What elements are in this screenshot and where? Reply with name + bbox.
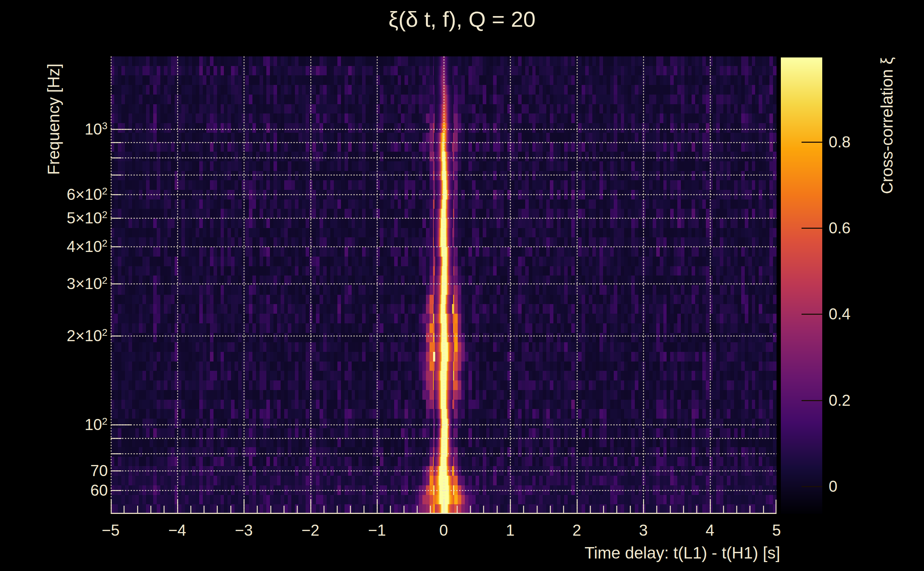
x-axis-label: Time delay: t(L1) - t(H1) [s] (584, 543, 780, 562)
figure: ξ(δ t, f), Q = 20 Frequency [Hz] 1036×10… (0, 0, 924, 571)
x-tick-label: −3 (235, 520, 253, 540)
colorbar-tick-label: 0.6 (829, 218, 850, 238)
y-tick-label: 102 (4, 415, 108, 435)
x-tick-label: −1 (368, 520, 386, 540)
x-tick-label: 1 (506, 520, 515, 540)
x-tick-label: 4 (706, 520, 714, 540)
x-tick-label: 5 (772, 520, 781, 540)
heatmap-canvas (111, 56, 777, 514)
colorbar-tick-label: 0.4 (829, 304, 850, 324)
x-tick-label: −2 (301, 520, 319, 540)
colorbar-label: Cross-correlation ξ (877, 57, 896, 194)
y-tick-label: 4×102 (4, 237, 108, 256)
y-tick-label: 60 (4, 480, 108, 500)
colorbar-canvas (781, 57, 822, 514)
y-tick-label: 70 (4, 461, 108, 481)
y-tick-label: 5×102 (4, 208, 108, 228)
y-tick-label: 6×102 (4, 185, 108, 204)
colorbar-tick-label: 0 (829, 477, 837, 496)
y-tick-label: 2×102 (4, 326, 108, 346)
x-tick-label: −5 (102, 520, 120, 540)
colorbar-tick-label: 0.8 (829, 133, 850, 152)
x-tick-label: 0 (439, 520, 448, 540)
y-tick-label: 103 (4, 119, 108, 139)
chart-title: ξ(δ t, f), Q = 20 (0, 7, 924, 31)
x-tick-label: −4 (168, 520, 186, 540)
y-tick-label: 3×102 (4, 274, 108, 294)
x-tick-label: 2 (572, 520, 581, 540)
x-tick-label: 3 (639, 520, 647, 540)
colorbar-tick-label: 0.2 (829, 391, 850, 410)
